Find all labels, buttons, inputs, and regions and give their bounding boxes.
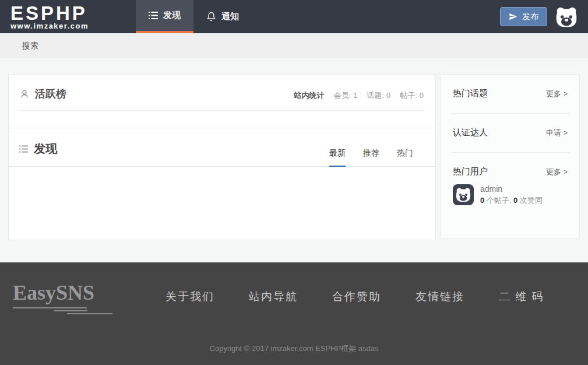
hot-topics-title: 热门话题	[453, 88, 488, 99]
footer-logo-underline	[13, 307, 87, 308]
admin-username[interactable]: admin	[480, 184, 543, 194]
panda-avatar-icon	[555, 5, 578, 29]
footer-link-friends[interactable]: 友情链接	[416, 289, 464, 304]
sidebar-section-hot-users: 热门用户 更多>	[450, 153, 570, 183]
admin-user-stats: 0 个帖子, 0 次赞同	[480, 195, 543, 206]
discover-tabs: 最新 推荐 热门	[329, 148, 413, 167]
list-icon	[19, 145, 28, 153]
user-avatar[interactable]	[555, 5, 578, 29]
hot-users-more-link[interactable]: 更多>	[546, 167, 568, 177]
search-bar: 搜索	[0, 33, 588, 58]
chevron-right-icon: >	[564, 129, 568, 137]
hot-users-title: 热门用户	[453, 166, 488, 177]
tab-recommended[interactable]: 推荐	[363, 148, 379, 167]
paper-plane-icon	[509, 12, 517, 21]
publish-button-label: 发布	[522, 12, 538, 22]
stat-members: 会员:1	[333, 90, 357, 101]
panda-avatar-icon	[455, 187, 471, 203]
list-icon	[149, 12, 158, 19]
active-board-header: 活跃榜	[19, 87, 66, 101]
nav-tab-notifications-label: 通知	[221, 11, 239, 22]
tab-latest[interactable]: 最新	[329, 148, 346, 167]
verified-apply-link[interactable]: 申请>	[546, 128, 568, 138]
site-stats: 站内统计 会员:1 话题:0 帖子:0	[294, 90, 424, 101]
person-icon	[19, 89, 30, 99]
primary-nav: 发现 通知	[136, 0, 252, 33]
publish-button[interactable]: 发布	[500, 7, 547, 26]
discover-list-empty	[9, 167, 435, 240]
admin-avatar[interactable]	[453, 184, 474, 205]
footer-link-about[interactable]: 关于我们	[166, 289, 214, 304]
discover-header: 发现 最新 推荐 热门	[9, 128, 435, 167]
stat-topics: 话题:0	[367, 90, 390, 101]
footer-logo-underline	[54, 310, 87, 311]
top-navbar: ESPHP www.imzaker.com 发现 通知 发布	[0, 0, 588, 33]
hot-user-info: admin 0 个帖子, 0 次赞同	[480, 184, 543, 206]
copyright: Copyright © 2017 imzaker.com ESPHP框架 asd…	[0, 343, 588, 354]
footer-logo: EasySNS	[13, 282, 154, 314]
site-stats-title: 站内统计	[294, 90, 324, 101]
sidebar-section-verified: 认证达人 申请>	[450, 114, 570, 153]
footer-nav: 关于我们 站内导航 合作赞助 友情链接 二 维 码	[166, 289, 544, 304]
footer-link-site-nav[interactable]: 站内导航	[249, 289, 298, 304]
main-panel: 活跃榜 站内统计 会员:1 话题:0 帖子:0 发现 最新	[8, 74, 436, 240]
hot-topics-more-link[interactable]: 更多>	[546, 89, 568, 99]
footer-logo-text: EasySNS	[13, 282, 154, 304]
logo-title: ESPHP	[10, 4, 136, 22]
hot-user-row: admin 0 个帖子, 0 次赞同	[450, 183, 570, 206]
bell-icon	[206, 12, 216, 22]
tab-hot[interactable]: 热门	[397, 148, 413, 167]
footer-logo-underline	[67, 313, 112, 314]
content-area: 活跃榜 站内统计 会员:1 话题:0 帖子:0 发现 最新	[8, 74, 580, 240]
footer-link-sponsor[interactable]: 合作赞助	[332, 289, 381, 304]
active-board-section: 活跃榜 站内统计 会员:1 话题:0 帖子:0	[9, 75, 435, 128]
divider	[19, 110, 425, 111]
discover-section: 发现 最新 推荐 热门	[9, 128, 435, 240]
navbar-right: 发布	[500, 0, 588, 33]
discover-title-wrap: 发现	[19, 141, 57, 157]
nav-tab-notifications[interactable]: 通知	[193, 0, 252, 33]
chevron-right-icon: >	[564, 90, 568, 98]
discover-title: 发现	[34, 141, 57, 157]
stat-posts: 帖子:0	[400, 90, 424, 101]
sidebar-section-hot-topics: 热门话题 更多>	[450, 75, 570, 114]
footer: EasySNS 关于我们 站内导航 合作赞助 友情链接 二 维 码 Copyri…	[0, 262, 588, 365]
site-logo[interactable]: ESPHP www.imzaker.com	[0, 0, 136, 33]
logo-subtitle: www.imzaker.com	[10, 22, 136, 30]
search-link[interactable]: 搜索	[22, 41, 38, 50]
footer-link-qrcode[interactable]: 二 维 码	[499, 289, 544, 304]
chevron-right-icon: >	[564, 168, 568, 176]
active-board-title: 活跃榜	[35, 87, 66, 101]
nav-tab-discover-label: 发现	[163, 10, 181, 21]
verified-title: 认证达人	[453, 127, 488, 138]
nav-tab-discover[interactable]: 发现	[136, 0, 193, 33]
sidebar: 热门话题 更多> 认证达人 申请> 热门用户 更多> admin	[441, 74, 580, 239]
